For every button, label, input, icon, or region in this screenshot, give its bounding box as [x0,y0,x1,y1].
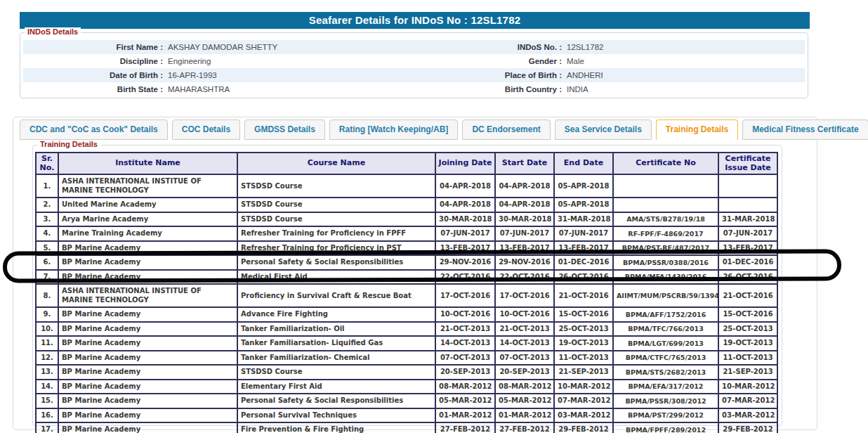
training-details-legend: Training Details [37,140,100,148]
cell-start-date: 22-OCT-2016 [495,270,554,285]
field-value: MAHARASHTRA [168,85,418,93]
cell-certificate-no: BPMA/LGT/699/2013 [613,336,718,351]
cell-joining-date: 30-MAR-2018 [435,212,495,227]
cell-certificate-issue-date: 25-OCT-2013 [718,322,777,337]
cell-start-date: 13-FEB-2017 [495,241,554,256]
cell-institute: BP Marine Academy [58,241,237,256]
cell-sr: 7. [36,270,58,285]
column-header: Joining Date [435,153,495,174]
cell-course: Refresher Training for Proficiency in PS… [237,241,435,256]
cell-end-date: 07-MAR-2012 [554,394,613,408]
cell-institute: Arya Marine Academy [58,212,237,227]
column-header: Course Name [237,153,435,174]
cell-institute: BP Marine Academy [58,365,237,380]
tab-sea-service-details[interactable]: Sea Service Details [555,119,652,140]
cell-start-date: 27-FEB-2012 [495,422,554,433]
field-value: Engineering [168,57,418,65]
tab-medical-fitness-certificate[interactable]: Medical Fitness Certificate [742,119,868,140]
cell-course: STSDSD Course [237,174,435,198]
cell-certificate-no: RF-FPF/F-4869/2017 [613,226,718,241]
cell-certificate-no: BPMA/PST/299/2012 [613,408,718,423]
column-header: Institute Name [58,153,237,174]
cell-institute: Marine Training Academy [58,226,237,241]
training-details-table: Sr. No.Institute NameCourse NameJoining … [35,152,778,433]
field-label: Discipline : [23,57,168,65]
cell-sr: 16. [36,408,58,423]
cell-joining-date: 04-APR-2018 [435,174,495,198]
cell-end-date: 25-OCT-2013 [554,322,613,337]
cell-end-date: 29-FEB-2012 [554,422,613,433]
cell-certificate-issue-date: 07-JUN-2017 [718,226,777,241]
cell-institute: ASHA INTERNATIONAL INSTITUE OF MARINE TE… [58,174,237,198]
table-row: 12.BP Marine AcademyTanker Familiarizati… [36,351,777,366]
cell-sr: 4. [36,226,58,241]
cell-end-date: 11-OCT-2013 [554,351,613,366]
cell-certificate-no: BPMA/EFA/317/2012 [613,380,718,394]
cell-institute: BP Marine Academy [58,270,237,285]
cell-start-date: 07-OCT-2013 [495,351,554,366]
tab-coc-details[interactable]: COC Details [172,119,240,140]
cell-course: Fire Prevention & Fire Fighting [237,422,435,433]
table-row: 2.United Marine AcademySTSDSD Course04-A… [36,198,777,212]
field-value: Male [567,57,805,65]
field-label: Date of Birth : [23,71,168,79]
indos-detail-row: Birth State : MAHARASHTRA Birth Country … [23,82,805,96]
cell-start-date: 30-MAR-2018 [495,212,554,227]
tab-training-details[interactable]: Training Details [656,119,738,140]
cell-sr: 1. [36,174,58,198]
cell-joining-date: 07-JUN-2017 [435,226,495,241]
field-value: 12SL1782 [567,43,805,51]
cell-start-date: 29-NOV-2016 [495,255,554,270]
field-label: Place of Birth : [418,71,567,79]
page-title: Seafarer Details for INDoS No : 12SL1782 [20,12,810,29]
cell-institute: BP Marine Academy [58,322,237,337]
cell-joining-date: 29-NOV-2016 [435,255,495,270]
cell-certificate-issue-date: 15-OCT-2016 [718,307,777,322]
cell-start-date: 14-OCT-2013 [495,336,554,351]
cell-institute: BP Marine Academy [58,336,237,351]
cell-certificate-no: AIIMT/MUM/PSCRB/59/1394 [613,284,718,307]
table-row: 17.BP Marine AcademyFire Prevention & Fi… [36,422,777,433]
tab-dc-endorsement[interactable]: DC Endorsement [462,119,550,140]
field-value: INDIA [567,85,805,93]
cell-sr: 17. [36,422,58,433]
cell-certificate-no: BPMA/PST-RF/487/2017 [613,241,718,256]
cell-sr: 10. [36,322,58,337]
cell-institute: BP Marine Academy [58,408,237,423]
cell-start-date: 04-APR-2018 [495,174,554,198]
tab-label: Medical Fitness Certificate [752,124,858,134]
column-header: Sr. No. [36,153,58,174]
cell-certificate-no: BPMA/FPFF/289/2012 [613,422,718,433]
cell-institute: BP Marine Academy [58,351,237,366]
tab-label: Rating [Watch Keeping/AB] [339,124,449,134]
cell-course: Proficiency in Survival Craft & Rescue B… [237,284,435,307]
tab-label: Training Details [666,124,728,134]
column-header: Certificate No [613,153,718,174]
cell-certificate-no [613,174,718,198]
table-row: 5.BP Marine AcademyRefresher Training fo… [36,241,777,256]
cell-institute: BP Marine Academy [58,255,237,270]
tab-rating-watch-keeping-ab[interactable]: Rating [Watch Keeping/AB] [329,119,459,140]
cell-start-date: 20-SEP-2013 [495,365,554,380]
cell-certificate-issue-date: 07-MAR-2012 [718,394,777,408]
cell-joining-date: 22-OCT-2016 [435,270,495,285]
cell-end-date: 05-APR-2018 [554,198,613,212]
cell-end-date: 31-MAR-2018 [554,212,613,227]
cell-course: STSDSD Course [237,198,435,212]
cell-certificate-issue-date: 19-OCT-2013 [718,336,777,351]
cell-institute: BP Marine Academy [58,394,237,408]
seafarer-details-page: Seafarer Details for INDoS No : 12SL1782… [0,0,868,433]
cell-sr: 9. [36,307,58,322]
cell-course: Tanker Familiarization- Chemical [237,351,435,366]
cell-institute: ASHA INTERNATIONAL INSTITUE OF MARINE TE… [58,284,237,307]
tab-label: Sea Service Details [565,124,642,134]
field-value: 16-APR-1993 [168,71,418,79]
table-row: 4.Marine Training AcademyRefresher Train… [36,226,777,241]
tab-cdc-and-coc-as-cook-details[interactable]: CDC and "CoC as Cook" Details [20,119,168,140]
field-label: INDoS No. : [418,43,567,51]
cell-end-date: 21-OCT-2016 [554,284,613,307]
cell-institute: United Marine Academy [58,198,237,212]
tab-gmdss-details[interactable]: GMDSS Details [244,119,325,140]
cell-certificate-issue-date [718,198,777,212]
cell-certificate-no: AMA/STS/B278/19/18 [613,212,718,227]
